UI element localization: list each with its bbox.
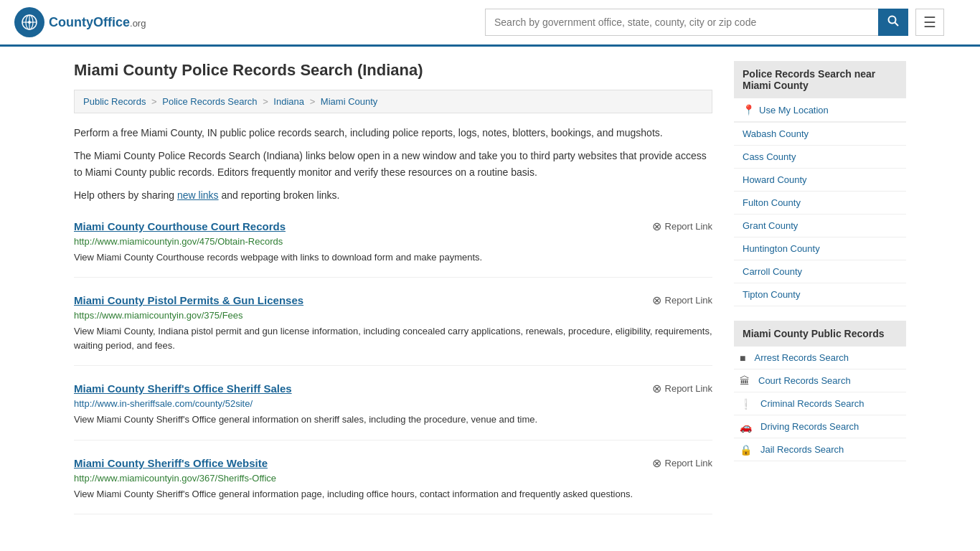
result-link-2[interactable]: Miami County Sheriff's Office Sheriff Sa… <box>74 382 292 395</box>
arrest-icon: ■ <box>734 352 745 364</box>
result-url-2: http://www.in-sheriffsale.com/county/52s… <box>74 398 712 409</box>
menu-button[interactable]: ☰ <box>915 9 944 36</box>
search-area: ☰ <box>485 9 944 36</box>
criminal-records-item[interactable]: ❕ Criminal Records Search <box>734 392 906 415</box>
result-title-2: Miami County Sheriff's Office Sheriff Sa… <box>74 382 712 395</box>
breadcrumb-indiana[interactable]: Indiana <box>273 96 304 107</box>
search-input[interactable] <box>485 9 878 36</box>
breadcrumb-public-records[interactable]: Public Records <box>83 96 146 107</box>
nearby-county-howard[interactable]: Howard County <box>734 169 906 192</box>
logo-text: CountyOffice.org <box>49 15 146 30</box>
jail-records-item[interactable]: 🔒 Jail Records Search <box>734 438 906 461</box>
result-url-3: http://www.miamicountyin.gov/367/Sheriff… <box>74 473 712 484</box>
sidebar: Police Records Search near Miami County … <box>734 61 906 514</box>
breadcrumb-sep2: > <box>263 96 270 107</box>
result-title-1: Miami County Pistol Permits & Gun Licens… <box>74 293 712 307</box>
page-title: Miami County Police Records Search (Indi… <box>74 61 712 80</box>
report-link-0[interactable]: ⊗ Report Link <box>652 220 712 233</box>
result-item-3: Miami County Sheriff's Office Website ⊗ … <box>74 456 712 515</box>
nearby-section-title: Police Records Search near Miami County <box>734 61 906 98</box>
result-link-1[interactable]: Miami County Pistol Permits & Gun Licens… <box>74 294 303 306</box>
report-label-0: Report Link <box>665 221 712 232</box>
nearby-counties-list: 📍 Use My Location Wabash County Cass Cou… <box>734 98 906 306</box>
nearby-county-huntington[interactable]: Huntington County <box>734 237 906 260</box>
nearby-county-tipton[interactable]: Tipton County <box>734 283 906 306</box>
nearby-county-carroll[interactable]: Carroll County <box>734 260 906 283</box>
report-icon-0: ⊗ <box>652 220 661 233</box>
nearby-county-fulton[interactable]: Fulton County <box>734 192 906 215</box>
nearby-county-wabash[interactable]: Wabash County <box>734 123 906 146</box>
main-container: Miami County Police Records Search (Indi… <box>60 47 920 529</box>
result-desc-1: View Miami County, Indiana pistol permit… <box>74 324 712 352</box>
use-my-location-label: Use My Location <box>759 105 829 116</box>
search-button[interactable] <box>878 9 908 36</box>
report-label-3: Report Link <box>665 458 712 468</box>
svg-line-7 <box>895 23 899 27</box>
jail-icon: 🔒 <box>734 444 752 456</box>
result-desc-2: View Miami County Sheriff's Office gener… <box>74 413 712 427</box>
content-area: Miami County Police Records Search (Indi… <box>74 61 712 514</box>
breadcrumb: Public Records > Police Records Search >… <box>74 90 712 113</box>
results-container: Miami County Courthouse Court Records ⊗ … <box>74 220 712 515</box>
description-3: Help others by sharing new links and rep… <box>74 187 712 203</box>
location-icon: 📍 <box>743 104 755 116</box>
result-desc-0: View Miami County Courthouse records web… <box>74 250 712 265</box>
report-icon-2: ⊗ <box>652 382 661 395</box>
new-links-link[interactable]: new links <box>177 189 219 201</box>
report-link-3[interactable]: ⊗ Report Link <box>652 456 712 470</box>
header: CountyOffice.org ☰ <box>0 0 980 47</box>
court-records-item[interactable]: 🏛 Court Records Search <box>734 369 906 392</box>
nearby-county-cass[interactable]: Cass County <box>734 146 906 169</box>
description-2: The Miami County Police Records Search (… <box>74 148 712 180</box>
description-1: Perform a free Miami County, IN public p… <box>74 125 712 141</box>
result-url-0: http://www.miamicountyin.gov/475/Obtain-… <box>74 236 712 247</box>
breadcrumb-sep1: > <box>151 96 159 107</box>
public-records-list: ■ Arrest Records Search 🏛 Court Records … <box>734 347 906 461</box>
result-title-0: Miami County Courthouse Court Records ⊗ … <box>74 220 712 233</box>
arrest-records-item[interactable]: ■ Arrest Records Search <box>734 347 906 369</box>
logo-icon <box>14 7 44 37</box>
result-desc-3: View Miami County Sheriff's Office gener… <box>74 487 712 501</box>
criminal-icon: ❕ <box>734 398 752 410</box>
driving-records-item[interactable]: 🚗 Driving Records Search <box>734 415 906 438</box>
result-item-1: Miami County Pistol Permits & Gun Licens… <box>74 293 712 366</box>
report-label-1: Report Link <box>665 295 712 306</box>
breadcrumb-miami-county[interactable]: Miami County <box>321 96 377 107</box>
logo: CountyOffice.org <box>14 7 146 37</box>
breadcrumb-police-records[interactable]: Police Records Search <box>162 96 257 107</box>
result-title-3: Miami County Sheriff's Office Website ⊗ … <box>74 456 712 470</box>
svg-point-6 <box>889 17 896 24</box>
report-link-2[interactable]: ⊗ Report Link <box>652 382 712 395</box>
result-link-3[interactable]: Miami County Sheriff's Office Website <box>74 457 268 469</box>
report-icon-3: ⊗ <box>652 456 661 470</box>
report-link-1[interactable]: ⊗ Report Link <box>652 293 712 307</box>
report-icon-1: ⊗ <box>652 293 661 307</box>
svg-point-5 <box>28 21 31 24</box>
breadcrumb-sep3: > <box>310 96 318 107</box>
result-url-1: https://www.miamicountyin.gov/375/Fees <box>74 310 712 321</box>
result-item-0: Miami County Courthouse Court Records ⊗ … <box>74 220 712 278</box>
result-link-0[interactable]: Miami County Courthouse Court Records <box>74 220 286 232</box>
court-icon: 🏛 <box>734 375 750 387</box>
report-label-2: Report Link <box>665 383 712 394</box>
use-my-location-item[interactable]: 📍 Use My Location <box>734 98 906 123</box>
public-records-section-title: Miami County Public Records <box>734 321 906 347</box>
driving-icon: 🚗 <box>734 421 752 433</box>
nearby-county-grant[interactable]: Grant County <box>734 215 906 237</box>
result-item-2: Miami County Sheriff's Office Sheriff Sa… <box>74 382 712 441</box>
